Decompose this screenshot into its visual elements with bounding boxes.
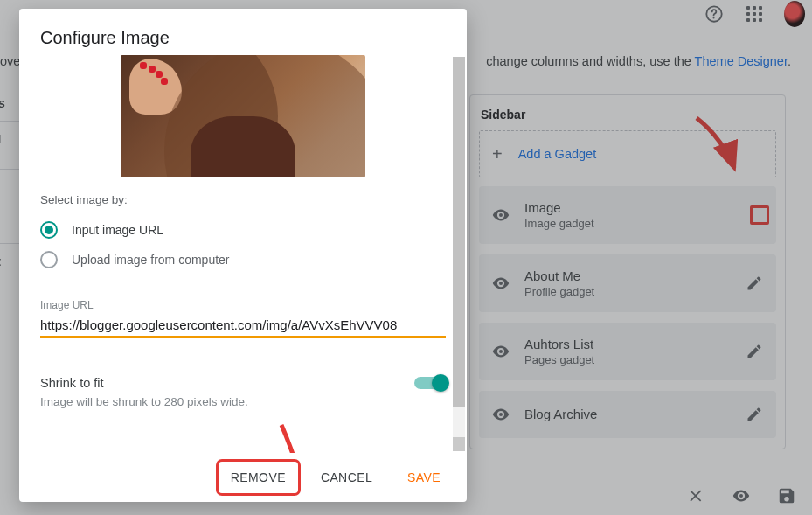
- dialog-title: Configure Image: [19, 9, 467, 55]
- radio-unchecked-icon: [40, 251, 58, 268]
- shrink-help: Image will be shrunk to 280 pixels wide.: [40, 395, 446, 408]
- dialog-scroll-area: Select image by: Input image URL Upload …: [19, 55, 467, 453]
- dialog-actions: REMOVE CANCEL SAVE: [19, 453, 467, 502]
- radio-upload[interactable]: Upload image from computer: [40, 245, 446, 275]
- url-field-label: Image URL: [40, 299, 446, 311]
- select-by-label: Select image by:: [40, 193, 446, 206]
- radio-checked-icon: [40, 221, 58, 239]
- configure-image-dialog: Configure Image Select image by: Input i…: [19, 9, 467, 502]
- radio-url-label: Input image URL: [72, 223, 163, 237]
- shrink-label: Shrink to fit: [40, 376, 104, 390]
- save-button[interactable]: SAVE: [397, 463, 451, 491]
- image-preview: [121, 55, 365, 177]
- remove-button[interactable]: REMOVE: [220, 463, 296, 491]
- scrollbar[interactable]: [453, 57, 465, 451]
- shrink-toggle[interactable]: [414, 377, 446, 389]
- cancel-button[interactable]: CANCEL: [310, 463, 383, 491]
- radio-input-url[interactable]: Input image URL: [40, 215, 446, 245]
- annotation-arrow-to-remove: [264, 421, 325, 453]
- image-url-input[interactable]: [40, 311, 446, 338]
- radio-upload-label: Upload image from computer: [72, 253, 230, 267]
